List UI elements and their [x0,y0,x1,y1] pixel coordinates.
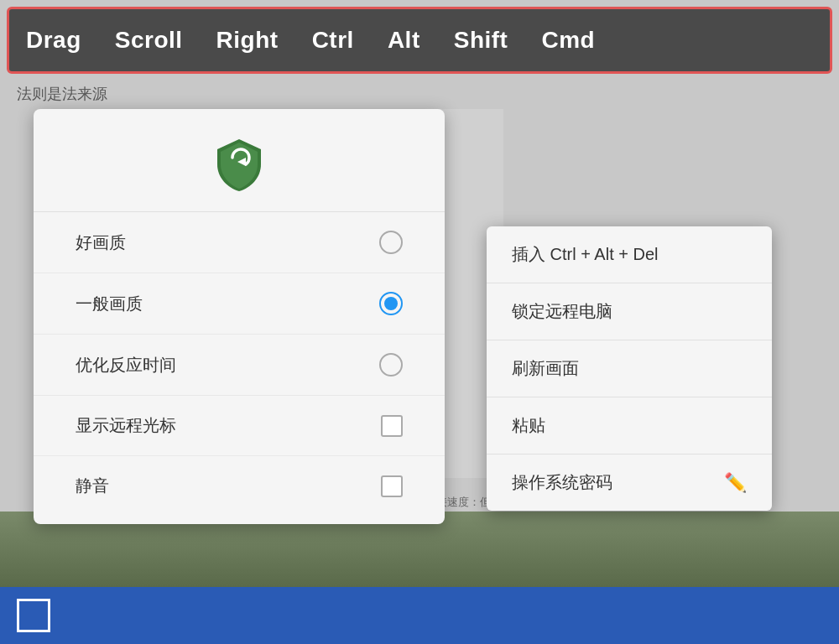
optimize-response-label: 优化反应时间 [76,354,176,377]
toolbar-cmd[interactable]: Cmd [541,27,595,54]
context-menu-label-refresh: 刷新画面 [512,357,579,380]
context-menu-label-lock-remote: 锁定远程电脑 [512,300,612,323]
mute-label: 静音 [76,475,109,497]
context-menu-item-paste[interactable]: 粘贴 [487,397,772,454]
panel-header [34,109,445,212]
context-menu-item-refresh[interactable]: 刷新画面 [487,340,772,397]
toolbar: Drag Scroll Right Ctrl Alt Shift Cmd [7,7,832,74]
radio-selected-dot [384,297,398,310]
quality-hd-radio[interactable] [379,231,403,254]
show-cursor-checkbox[interactable] [381,415,403,437]
context-menu-item-insert-cad[interactable]: 插入 Ctrl + Alt + Del [487,226,772,283]
quality-hd-label: 好画质 [76,231,126,254]
bottom-bar [0,587,839,644]
toolbar-shift[interactable]: Shift [454,27,508,54]
blue-square-icon [17,599,50,632]
context-menu-label-paste: 粘贴 [512,414,545,437]
toolbar-right[interactable]: Right [216,27,279,54]
context-menu-label-os-password: 操作系统密码 [512,471,612,494]
shield-icon [209,134,269,195]
context-menu-item-os-password[interactable]: 操作系统密码 ✏️ [487,454,772,511]
toolbar-ctrl[interactable]: Ctrl [312,27,354,54]
mute-row[interactable]: 静音 [34,456,445,516]
quality-normal-row[interactable]: 一般画质 [34,273,445,335]
context-menu-label-insert-cad: 插入 Ctrl + Alt + Del [512,243,659,266]
toolbar-alt[interactable]: Alt [388,27,420,54]
show-cursor-label: 显示远程光标 [76,414,176,437]
right-context-menu: 插入 Ctrl + Alt + Del 锁定远程电脑 刷新画面 粘贴 操作系统密… [487,226,772,511]
bg-text: 法则是法来源 [17,84,107,104]
quality-hd-row[interactable]: 好画质 [34,212,445,273]
left-settings-panel: 好画质 一般画质 优化反应时间 显示远程光标 静音 [34,109,445,524]
toolbar-scroll[interactable]: Scroll [115,27,183,54]
optimize-response-row[interactable]: 优化反应时间 [34,335,445,396]
quality-normal-radio[interactable] [379,292,403,315]
pencil-icon: ✏️ [724,472,747,494]
quality-normal-label: 一般画质 [76,293,143,315]
optimize-response-radio[interactable] [379,353,403,377]
show-cursor-row[interactable]: 显示远程光标 [34,396,445,456]
context-menu-item-lock-remote[interactable]: 锁定远程电脑 [487,283,772,340]
toolbar-drag[interactable]: Drag [26,27,81,54]
mute-checkbox[interactable] [381,475,403,497]
